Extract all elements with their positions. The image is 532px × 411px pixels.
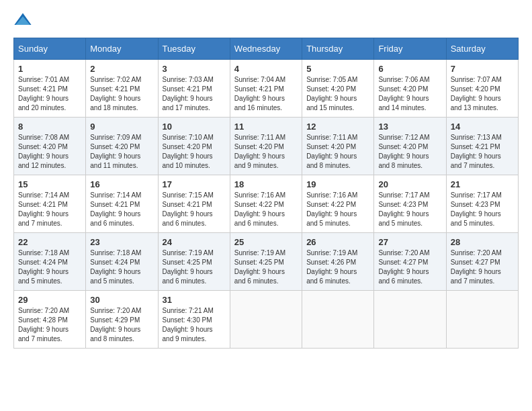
day-cell-25: 25Sunrise: 7:19 AMSunset: 4:25 PMDayligh… (230, 233, 302, 291)
day-header-monday: Monday (86, 38, 158, 60)
day-cell-20: 20Sunrise: 7:17 AMSunset: 4:23 PMDayligh… (374, 175, 446, 233)
day-cell-23: 23Sunrise: 7:18 AMSunset: 4:24 PMDayligh… (86, 233, 158, 291)
day-cell-30: 30Sunrise: 7:20 AMSunset: 4:29 PMDayligh… (86, 291, 158, 349)
day-cell-18: 18Sunrise: 7:16 AMSunset: 4:22 PMDayligh… (230, 175, 302, 233)
day-number: 26 (306, 237, 369, 247)
day-number: 14 (451, 122, 514, 132)
day-cell-10: 10Sunrise: 7:10 AMSunset: 4:20 PMDayligh… (158, 118, 230, 175)
day-number: 7 (451, 64, 514, 74)
day-info: Sunrise: 7:06 AMSunset: 4:20 PMDaylight:… (378, 75, 441, 113)
day-info: Sunrise: 7:04 AMSunset: 4:21 PMDaylight:… (234, 75, 298, 113)
day-cell-28: 28Sunrise: 7:20 AMSunset: 4:27 PMDayligh… (446, 233, 518, 291)
day-number: 15 (18, 179, 81, 189)
empty-cell (374, 291, 446, 349)
empty-cell (446, 291, 518, 349)
day-cell-16: 16Sunrise: 7:14 AMSunset: 4:21 PMDayligh… (86, 175, 158, 233)
day-cell-4: 4Sunrise: 7:04 AMSunset: 4:21 PMDaylight… (230, 60, 302, 118)
week-row-1: 1Sunrise: 7:01 AMSunset: 4:21 PMDaylight… (14, 60, 519, 118)
day-number: 4 (234, 64, 298, 74)
day-info: Sunrise: 7:09 AMSunset: 4:20 PMDaylight:… (90, 133, 153, 171)
day-info: Sunrise: 7:05 AMSunset: 4:20 PMDaylight:… (306, 75, 369, 113)
day-info: Sunrise: 7:14 AMSunset: 4:21 PMDaylight:… (90, 191, 153, 228)
day-number: 3 (163, 64, 226, 74)
day-header-friday: Friday (374, 38, 446, 60)
day-info: Sunrise: 7:19 AMSunset: 4:25 PMDaylight:… (234, 248, 298, 286)
day-cell-14: 14Sunrise: 7:13 AMSunset: 4:21 PMDayligh… (446, 118, 518, 175)
day-number: 27 (378, 237, 441, 247)
day-number: 9 (90, 122, 153, 132)
day-number: 20 (378, 179, 441, 189)
day-info: Sunrise: 7:17 AMSunset: 4:23 PMDaylight:… (451, 191, 514, 228)
week-row-5: 29Sunrise: 7:20 AMSunset: 4:28 PMDayligh… (14, 291, 519, 349)
calendar-header-row: SundayMondayTuesdayWednesdayThursdayFrid… (14, 38, 519, 60)
day-number: 17 (163, 179, 226, 189)
day-number: 30 (90, 295, 153, 305)
day-cell-19: 19Sunrise: 7:16 AMSunset: 4:22 PMDayligh… (302, 175, 374, 233)
day-cell-7: 7Sunrise: 7:07 AMSunset: 4:20 PMDaylight… (446, 60, 518, 118)
day-cell-22: 22Sunrise: 7:18 AMSunset: 4:24 PMDayligh… (14, 233, 86, 291)
day-cell-24: 24Sunrise: 7:19 AMSunset: 4:25 PMDayligh… (158, 233, 230, 291)
day-number: 22 (18, 237, 81, 247)
day-cell-31: 31Sunrise: 7:21 AMSunset: 4:30 PMDayligh… (158, 291, 230, 349)
empty-cell (302, 291, 374, 349)
day-number: 21 (451, 179, 514, 189)
day-cell-12: 12Sunrise: 7:11 AMSunset: 4:20 PMDayligh… (302, 118, 374, 175)
day-info: Sunrise: 7:19 AMSunset: 4:25 PMDaylight:… (163, 248, 226, 286)
day-cell-1: 1Sunrise: 7:01 AMSunset: 4:21 PMDaylight… (14, 60, 86, 118)
day-number: 31 (163, 295, 226, 305)
day-info: Sunrise: 7:20 AMSunset: 4:29 PMDaylight:… (90, 306, 153, 344)
day-cell-9: 9Sunrise: 7:09 AMSunset: 4:20 PMDaylight… (86, 118, 158, 175)
day-info: Sunrise: 7:18 AMSunset: 4:24 PMDaylight:… (18, 248, 81, 286)
day-number: 12 (306, 122, 369, 132)
day-info: Sunrise: 7:11 AMSunset: 4:20 PMDaylight:… (234, 133, 298, 171)
day-cell-27: 27Sunrise: 7:20 AMSunset: 4:27 PMDayligh… (374, 233, 446, 291)
day-cell-15: 15Sunrise: 7:14 AMSunset: 4:21 PMDayligh… (14, 175, 86, 233)
day-info: Sunrise: 7:11 AMSunset: 4:20 PMDaylight:… (306, 133, 369, 171)
day-header-wednesday: Wednesday (230, 38, 302, 60)
day-number: 2 (90, 64, 153, 74)
day-number: 28 (451, 237, 514, 247)
day-number: 25 (234, 237, 298, 247)
day-info: Sunrise: 7:02 AMSunset: 4:21 PMDaylight:… (90, 75, 153, 113)
day-info: Sunrise: 7:13 AMSunset: 4:21 PMDaylight:… (451, 133, 514, 171)
day-number: 23 (90, 237, 153, 247)
day-info: Sunrise: 7:18 AMSunset: 4:24 PMDaylight:… (90, 248, 153, 286)
day-cell-13: 13Sunrise: 7:12 AMSunset: 4:20 PMDayligh… (374, 118, 446, 175)
day-info: Sunrise: 7:10 AMSunset: 4:20 PMDaylight:… (163, 133, 226, 171)
day-info: Sunrise: 7:15 AMSunset: 4:21 PMDaylight:… (163, 191, 226, 228)
day-info: Sunrise: 7:07 AMSunset: 4:20 PMDaylight:… (451, 75, 514, 113)
header (13, 11, 519, 30)
day-number: 24 (163, 237, 226, 247)
day-info: Sunrise: 7:17 AMSunset: 4:23 PMDaylight:… (378, 191, 441, 228)
day-info: Sunrise: 7:16 AMSunset: 4:22 PMDaylight:… (306, 191, 369, 228)
day-cell-3: 3Sunrise: 7:03 AMSunset: 4:21 PMDaylight… (158, 60, 230, 118)
day-header-tuesday: Tuesday (158, 38, 230, 60)
day-number: 16 (90, 179, 153, 189)
week-row-4: 22Sunrise: 7:18 AMSunset: 4:24 PMDayligh… (14, 233, 519, 291)
day-number: 11 (234, 122, 298, 132)
day-number: 29 (18, 295, 81, 305)
day-cell-26: 26Sunrise: 7:19 AMSunset: 4:26 PMDayligh… (302, 233, 374, 291)
day-info: Sunrise: 7:14 AMSunset: 4:21 PMDaylight:… (18, 191, 81, 228)
day-cell-17: 17Sunrise: 7:15 AMSunset: 4:21 PMDayligh… (158, 175, 230, 233)
day-cell-29: 29Sunrise: 7:20 AMSunset: 4:28 PMDayligh… (14, 291, 86, 349)
day-info: Sunrise: 7:12 AMSunset: 4:20 PMDaylight:… (378, 133, 441, 171)
day-cell-21: 21Sunrise: 7:17 AMSunset: 4:23 PMDayligh… (446, 175, 518, 233)
day-cell-6: 6Sunrise: 7:06 AMSunset: 4:20 PMDaylight… (374, 60, 446, 118)
day-header-thursday: Thursday (302, 38, 374, 60)
day-number: 18 (234, 179, 298, 189)
day-info: Sunrise: 7:21 AMSunset: 4:30 PMDaylight:… (163, 306, 226, 344)
day-info: Sunrise: 7:01 AMSunset: 4:21 PMDaylight:… (18, 75, 81, 113)
day-number: 19 (306, 179, 369, 189)
day-cell-2: 2Sunrise: 7:02 AMSunset: 4:21 PMDaylight… (86, 60, 158, 118)
day-number: 5 (306, 64, 369, 74)
day-number: 10 (163, 122, 226, 132)
day-info: Sunrise: 7:20 AMSunset: 4:27 PMDaylight:… (378, 248, 441, 286)
day-cell-5: 5Sunrise: 7:05 AMSunset: 4:20 PMDaylight… (302, 60, 374, 118)
day-info: Sunrise: 7:20 AMSunset: 4:27 PMDaylight:… (451, 248, 514, 286)
day-info: Sunrise: 7:16 AMSunset: 4:22 PMDaylight:… (234, 191, 298, 228)
day-number: 6 (378, 64, 441, 74)
day-info: Sunrise: 7:08 AMSunset: 4:20 PMDaylight:… (18, 133, 81, 171)
logo (13, 11, 35, 30)
logo-icon (13, 11, 32, 30)
